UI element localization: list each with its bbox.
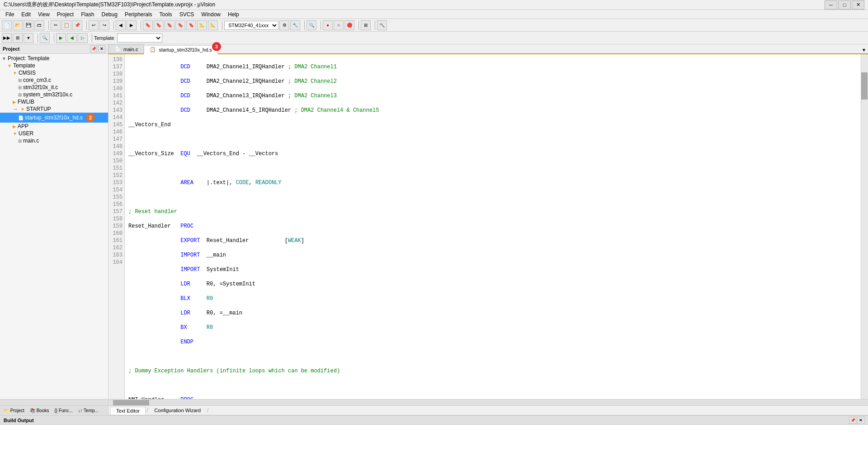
build-close-button[interactable]: ✕ [857,417,864,424]
target-select[interactable]: STM32F40_41xxx [224,21,278,30]
bookmark4-button[interactable]: 🔖 [175,20,185,30]
target-btn2[interactable]: 🔧 [290,20,300,30]
menu-tools[interactable]: Tools [156,10,176,19]
debug-green1[interactable]: ▶ [56,33,66,43]
debug-btn4[interactable]: 🔍 [40,33,50,43]
nav-back-button[interactable]: ◀ [116,20,126,30]
save-button[interactable]: 💾 [24,20,33,30]
sep3 [111,21,114,30]
minimize-button[interactable]: ─ [825,0,837,10]
menu-help[interactable]: Help [224,10,243,19]
folder-icon: ▼ [13,131,17,136]
debug-green3[interactable]: ▷ [78,33,88,43]
editor-scrollbar-v[interactable] [861,54,868,399]
zoom-btn[interactable]: 🔍 [307,20,316,30]
folder-icon: ▼ [13,71,17,76]
nav-fwd-button[interactable]: ▶ [127,20,137,30]
tab-project[interactable]: 📁 Project [2,407,26,414]
bookmark1-button[interactable]: 🔖 [143,20,153,30]
debug-btn1[interactable]: ▶▶ [2,33,12,43]
tree-item-project[interactable]: ▼ Project: Template [0,55,108,62]
menu-project[interactable]: Project [53,10,77,19]
tree-label: core_cm3.c [23,77,51,83]
undo-button[interactable]: ↩ [89,20,99,30]
titlebar: C:\Users\境界的彼岸\Desktop\Template(STM32F10… [0,0,868,10]
tree-item-main[interactable]: ⊞ main.c [0,137,108,144]
bookmark3-button[interactable]: 🔖 [165,20,175,30]
tab-icon-main: 📄 [114,46,121,52]
tab-label-main: main.c [123,47,138,52]
open-file-button[interactable]: 📂 [13,20,23,30]
tree-item-app[interactable]: ▶ APP [0,123,108,130]
bookmark7-button[interactable]: 📐 [208,20,218,30]
editor-tab-scroll[interactable]: ▼ [860,47,868,53]
target-btn1[interactable]: ⚙ [279,20,289,30]
bookmark6-button[interactable]: 📐 [197,20,207,30]
project-pin-button[interactable]: 📌 [90,45,97,52]
sep11 [52,33,54,43]
build-output-content[interactable] [0,425,868,466]
run-btn[interactable]: 🔴 [344,20,354,30]
menu-window[interactable]: Window [198,10,224,19]
project-tree: ▼ Project: Template ▼ Template ▼ CMSIS ⊞… [0,54,108,399]
window-btn[interactable]: ⊞ [361,20,371,30]
tab-templates[interactable]: ↓↑ Temp... [76,407,100,414]
build-output-title: Build Output [4,418,34,423]
code-content[interactable]: DCD DMA2_Channel1_IRQHandler ; DMA2 Chan… [125,54,861,399]
tab-config-wizard[interactable]: Configuration Wizard [149,407,206,414]
tools-btn[interactable]: 🔨 [377,20,387,30]
debug-btn3[interactable]: ▼ [24,33,33,43]
tree-item-template[interactable]: ▼ Template [0,62,108,69]
cut-button[interactable]: ✂ [51,20,61,30]
project-close-button[interactable]: ✕ [98,45,105,52]
tree-item-stm32it[interactable]: ⊞ stm32f10x_it.c [0,84,108,91]
build-pin-button[interactable]: 📌 [849,417,856,424]
tree-item-startup-file[interactable]: 📄 startup_stm32f10x_hd.s 2 [0,113,108,123]
bookmark5-button[interactable]: 🔖 [186,20,196,30]
tree-item-fwlib[interactable]: ▶ FWLIB [0,98,108,105]
menu-file[interactable]: File [2,10,18,19]
expand-icon: ⊞ [18,85,22,90]
sep10 [35,33,38,43]
template-select[interactable] [117,33,162,43]
redo-button[interactable]: ↪ [99,20,109,30]
tree-item-system[interactable]: ⊞ system_stm32f10x.c [0,91,108,98]
sep4 [138,21,141,30]
toolbar2: ▶▶ ⊞ ▼ 🔍 ▶ ◀ ▷ Template [0,32,868,44]
menu-flash[interactable]: Flash [77,10,98,19]
copy-button[interactable]: 📋 [61,20,71,30]
project-scrollbar-h[interactable] [0,399,108,405]
save-all-button[interactable]: 🗃 [34,20,44,30]
tab-main-c[interactable]: 📄 main.c [108,44,144,53]
record-btn[interactable]: ● [323,20,333,30]
tab-functions[interactable]: {} Func... [52,407,74,414]
bottom-editor-tabs: Text Editor / Configuration Wizard / [108,405,868,415]
stop-btn[interactable]: ○ [334,20,344,30]
paste-button[interactable]: 📌 [72,20,82,30]
tree-item-startup[interactable]: 1 → ▼ STARTUP [0,105,108,113]
sep7 [318,21,321,30]
maximize-button[interactable]: □ [838,0,851,10]
tree-item-core[interactable]: ⊞ core_cm3.c [0,76,108,84]
tab-sep2: / [207,407,208,414]
editor-scrollbar-h[interactable] [108,399,868,405]
tab-books[interactable]: 📚 Books [28,407,51,414]
menu-edit[interactable]: Edit [18,10,34,19]
tab-text-editor[interactable]: Text Editor [110,407,146,414]
close-button[interactable]: ✕ [852,0,864,10]
debug-btn2[interactable]: ⊞ [13,33,23,43]
menu-view[interactable]: View [34,10,53,19]
bookmark2-button[interactable]: 🔖 [154,20,164,30]
folder-icon: ▼ [7,63,12,68]
tree-label: STARTUP [26,106,51,112]
tree-label: startup_stm32f10x_hd.s [25,114,83,121]
menu-peripherals[interactable]: Peripherals [121,10,156,19]
tab-startup[interactable]: 📋 startup_stm32f10x_hd.s 3 [144,45,217,54]
menu-svcs[interactable]: SVCS [176,10,198,19]
menu-debug[interactable]: Debug [98,10,121,19]
new-file-button[interactable]: 📄 [2,20,12,30]
tree-item-cmsis[interactable]: ▼ CMSIS [0,69,108,76]
tree-item-user[interactable]: ▼ USER [0,130,108,137]
build-output-section: Build Output 📌 ✕ Build Output 🌐 Browser [0,415,868,466]
debug-green2[interactable]: ◀ [67,33,77,43]
